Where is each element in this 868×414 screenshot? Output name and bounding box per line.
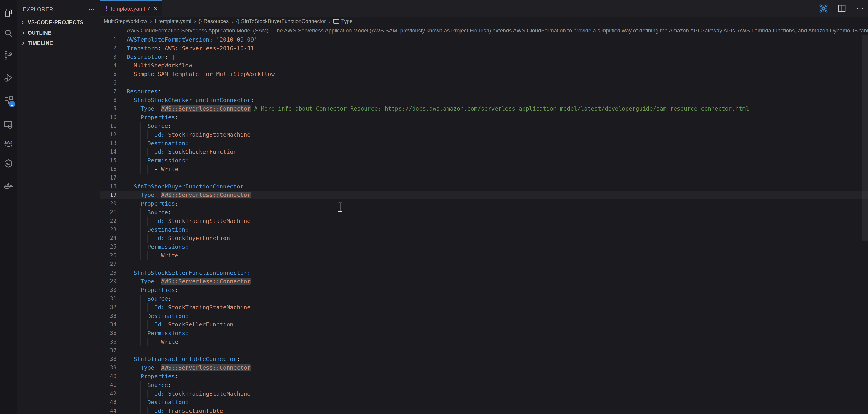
- code-line[interactable]: 24 Id: StockBuyerFunction: [100, 234, 868, 243]
- code-line[interactable]: 32 Id: StockTradingStateMachine: [100, 303, 868, 312]
- line-number[interactable]: 31: [100, 295, 117, 303]
- line-number[interactable]: 37: [100, 346, 117, 355]
- line-number[interactable]: 27: [100, 260, 117, 269]
- line-number[interactable]: 25: [100, 243, 117, 251]
- line-number[interactable]: 28: [100, 269, 117, 277]
- breadcrumb-item-type[interactable]: Type: [333, 18, 353, 25]
- sidebar-section-timeline[interactable]: > TIMELINE: [17, 38, 100, 49]
- line-number[interactable]: 11: [100, 122, 117, 130]
- docker-icon[interactable]: [3, 181, 13, 191]
- code-line[interactable]: 1AWSTemplateFormatVersion: '2010-09-09': [100, 35, 868, 44]
- line-number[interactable]: 13: [100, 139, 117, 148]
- line-number[interactable]: 14: [100, 148, 117, 156]
- code-line[interactable]: 28 SfnToStockSellerFunctionConnector:: [100, 269, 868, 277]
- line-number[interactable]: 2: [100, 44, 117, 53]
- line-number[interactable]: 26: [100, 251, 117, 260]
- line-number[interactable]: 36: [100, 338, 117, 346]
- close-icon[interactable]: ×: [154, 5, 158, 12]
- code-line[interactable]: 3Description: |: [100, 53, 868, 61]
- code-line[interactable]: 43 Destination:: [100, 398, 868, 407]
- line-number[interactable]: 41: [100, 381, 117, 389]
- line-number[interactable]: 21: [100, 208, 117, 217]
- code-line[interactable]: 38 SfnToTransactionTableConnector:: [100, 355, 868, 363]
- line-number[interactable]: 39: [100, 363, 117, 372]
- line-number[interactable]: 35: [100, 329, 117, 338]
- split-editor-icon[interactable]: [837, 4, 846, 13]
- line-number[interactable]: 8: [100, 96, 117, 105]
- code-line[interactable]: 13 Destination:: [100, 139, 868, 148]
- code-line[interactable]: 36 - Write: [100, 338, 868, 346]
- code-line[interactable]: 34 Id: StockSellerFunction: [100, 320, 868, 329]
- line-number[interactable]: 18: [100, 182, 117, 191]
- code-line[interactable]: 2Transform: AWS::Serverless-2016-10-31: [100, 44, 868, 53]
- breadcrumb-item-template.yaml[interactable]: !template.yaml: [155, 18, 191, 25]
- code-line[interactable]: 23 Destination:: [100, 226, 868, 234]
- code-line[interactable]: 39 Type: AWS::Serverless::Connector: [100, 363, 868, 372]
- line-number[interactable]: 4: [100, 61, 117, 70]
- code-line[interactable]: 12 Id: StockTradingStateMachine: [100, 130, 868, 139]
- codecatalyst-icon[interactable]: [3, 158, 13, 169]
- line-number[interactable]: 10: [100, 113, 117, 122]
- code-line[interactable]: 14 Id: StockCheckerFunction: [100, 148, 868, 156]
- line-number[interactable]: 12: [100, 130, 117, 139]
- code-line[interactable]: 26 - Write: [100, 251, 868, 260]
- line-number[interactable]: 6: [100, 79, 117, 87]
- code-line[interactable]: 30 Properties:: [100, 286, 868, 295]
- line-number[interactable]: 16: [100, 165, 117, 174]
- line-number[interactable]: 43: [100, 398, 117, 407]
- search-icon[interactable]: [3, 28, 13, 39]
- visualize-template-icon[interactable]: [819, 4, 828, 13]
- line-number[interactable]: 24: [100, 234, 117, 243]
- breadcrumb-item-multistepworkflow[interactable]: MultiStepWorkflow: [104, 18, 147, 25]
- line-number[interactable]: 30: [100, 286, 117, 295]
- tab-template-yaml[interactable]: ! template.yaml 7 ×: [100, 0, 162, 17]
- line-number[interactable]: 42: [100, 389, 117, 398]
- line-number[interactable]: 22: [100, 217, 117, 226]
- line-number[interactable]: 29: [100, 277, 117, 286]
- more-actions-icon[interactable]: ⋯: [855, 4, 865, 13]
- line-number[interactable]: 5: [100, 70, 117, 79]
- code-line[interactable]: 40 Properties:: [100, 372, 868, 381]
- line-number[interactable]: 15: [100, 156, 117, 165]
- code-line[interactable]: 7Resources:: [100, 87, 868, 96]
- code-line[interactable]: 44 Id: TransactionTable: [100, 407, 868, 414]
- code-line[interactable]: 15 Permissions:: [100, 156, 868, 165]
- code-line[interactable]: 9 Type: AWS::Serverless::Connector # Mor…: [100, 105, 868, 113]
- code-link[interactable]: https://docs.aws.amazon.com/serverless-a…: [385, 105, 749, 112]
- code-line[interactable]: 19 Type: AWS::Serverless::Connector: [100, 191, 868, 200]
- line-number[interactable]: 17: [100, 174, 117, 182]
- line-number[interactable]: 7: [100, 87, 117, 96]
- code-line[interactable]: 29 Type: AWS::Serverless::Connector: [100, 277, 868, 286]
- code-line[interactable]: 31 Source:: [100, 295, 868, 303]
- line-number[interactable]: 23: [100, 226, 117, 234]
- explorer-icon[interactable]: [3, 7, 13, 18]
- code-line[interactable]: 17: [100, 174, 868, 182]
- code-area[interactable]: 1AWSTemplateFormatVersion: '2010-09-09'2…: [100, 35, 868, 414]
- code-line[interactable]: 16 - Write: [100, 165, 868, 174]
- code-line[interactable]: 35 Permissions:: [100, 329, 868, 338]
- code-line[interactable]: 21 Source:: [100, 208, 868, 217]
- code-line[interactable]: 27: [100, 260, 868, 269]
- sidebar-section-vs-code-projects[interactable]: > VS-CODE-PROJECTS: [17, 18, 100, 28]
- line-number[interactable]: 1: [100, 35, 117, 44]
- line-number[interactable]: 34: [100, 320, 117, 329]
- sidebar-section-outline[interactable]: > OUTLINE: [17, 28, 100, 38]
- breadcrumb-item-sfntostockbuyerfunctionconnector[interactable]: {}SfnToStockBuyerFunctionConnector: [236, 18, 326, 25]
- line-number[interactable]: 19: [100, 191, 117, 200]
- run-and-debug-icon[interactable]: [3, 73, 13, 83]
- code-line[interactable]: 8 SfnToStockCheckerFunctionConnector:: [100, 96, 868, 105]
- code-line[interactable]: 6: [100, 79, 868, 87]
- source-control-icon[interactable]: [3, 50, 13, 61]
- code-line[interactable]: 33 Destination:: [100, 312, 868, 321]
- code-line[interactable]: 18 SfnToStockBuyerFunctionConnector:: [100, 182, 868, 191]
- remote-explorer-icon[interactable]: [3, 119, 13, 130]
- code-line[interactable]: 41 Source:: [100, 381, 868, 389]
- vertical-scrollbar[interactable]: [862, 35, 868, 241]
- code-line[interactable]: 4 MultiStepWorkflow: [100, 61, 868, 70]
- line-number[interactable]: 33: [100, 312, 117, 321]
- extensions-icon[interactable]: 1: [3, 95, 13, 106]
- code-line[interactable]: 10 Properties:: [100, 113, 868, 122]
- code-line[interactable]: 11 Source:: [100, 122, 868, 130]
- line-number[interactable]: 38: [100, 355, 117, 363]
- code-line[interactable]: 20 Properties:: [100, 200, 868, 208]
